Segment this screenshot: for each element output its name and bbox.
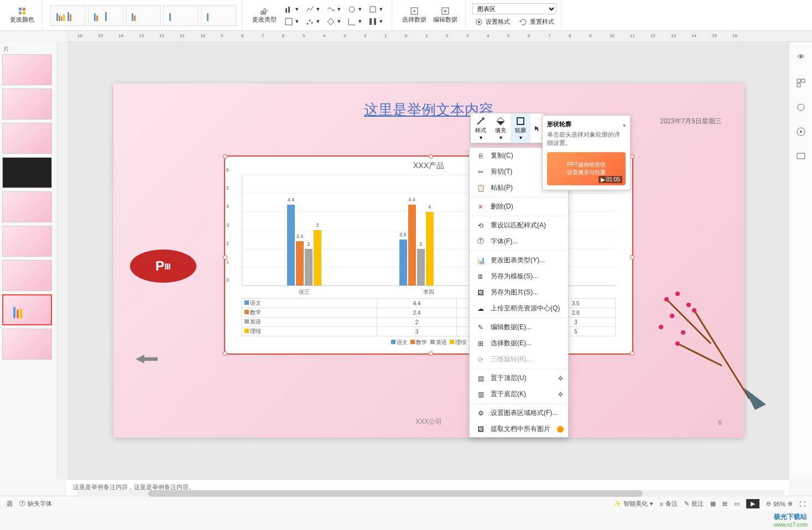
svg-point-36 <box>664 297 669 302</box>
edit-data-button[interactable]: 编辑数据 <box>430 2 461 29</box>
menu-bring-front[interactable]: ▤置于顶层(U)❖ <box>470 370 568 386</box>
sidebar-tool-5[interactable] <box>795 150 806 162</box>
mini-fill-button[interactable]: 填充 ▾ <box>491 113 511 143</box>
menu-delete[interactable]: ✕删除(D) <box>470 199 568 215</box>
slide-thumb-1[interactable] <box>2 54 52 85</box>
delete-icon: ✕ <box>476 202 485 211</box>
svg-point-38 <box>686 303 691 307</box>
tooltip-video-preview[interactable]: PPT如何给形状 设置填充与轮廓 ▶01:05 <box>547 152 626 185</box>
status-missing-font[interactable]: Ⓣ缺失字体 <box>19 500 52 508</box>
chart-element-8[interactable]: ▾ <box>324 16 343 27</box>
outline-tooltip: 形状轮廓 ▾ 单击箭头选择对象轮廓的详细设置。 PPT如何给形状 设置填充与轮廓… <box>542 115 631 190</box>
view-normal[interactable]: ▦ <box>710 500 716 507</box>
cut-icon: ✂ <box>476 168 485 176</box>
horizontal-ruler: 1615141312111098765432101234567891011121… <box>66 31 812 42</box>
svg-rect-11 <box>96 15 98 21</box>
status-notes-toggle[interactable]: ≡ 备注 <box>660 500 678 508</box>
svg-point-42 <box>681 330 685 335</box>
mini-style-button[interactable]: 样式 ▾ <box>471 113 491 143</box>
slide-thumb-2[interactable] <box>2 89 52 119</box>
chart-element-10[interactable]: ▾ <box>366 16 385 27</box>
chart-style-5[interactable] <box>201 5 236 26</box>
change-color-button[interactable]: 更改颜色 <box>7 2 38 29</box>
svg-rect-14 <box>134 15 136 21</box>
chart-element-9[interactable]: ▾ <box>345 16 364 27</box>
menu-save-template[interactable]: 🗎另存为模板(S)... <box>470 268 568 284</box>
submenu-arrow-icon: ❖ <box>558 375 564 382</box>
set-format-button[interactable]: 设置格式 <box>472 17 512 28</box>
svg-rect-5 <box>59 15 60 21</box>
bring-front-icon: ▤ <box>476 374 485 383</box>
send-back-icon: ▥ <box>476 390 485 399</box>
slide-thumb-5[interactable] <box>2 191 52 222</box>
view-sorter[interactable]: ⊞ <box>722 500 727 507</box>
svg-point-50 <box>800 131 802 133</box>
menu-change-chart-type[interactable]: 📊更改图表类型(Y)... <box>470 252 568 268</box>
menu-rotate-3d: ⟳三维旋转(R)... <box>470 351 568 367</box>
svg-point-25 <box>309 19 311 21</box>
chart-style-4[interactable] <box>163 5 199 26</box>
menu-edit-data[interactable]: ✎编辑数据(E)... <box>470 319 568 335</box>
slide-thumb-9[interactable] <box>2 329 52 360</box>
reset-icon: ⟲ <box>476 221 485 230</box>
status-smart-beautify[interactable]: ✨智能美化 ▾ <box>613 500 653 508</box>
chart-legend: 语文 数学 英语 理综 <box>225 336 632 349</box>
select-data-button[interactable]: 选择数据 <box>399 2 430 29</box>
fit-window[interactable]: ⛶ <box>799 501 805 507</box>
slide-thumb-4[interactable] <box>2 157 52 188</box>
slide-thumb-8[interactable] <box>2 294 52 325</box>
menu-extract-images[interactable]: 🖼提取文档中所有图片 <box>470 421 568 437</box>
copy-icon: ⎘ <box>476 152 485 160</box>
chart-element-select[interactable]: 图表区 <box>472 3 556 14</box>
svg-rect-6 <box>61 17 63 21</box>
menu-format-chart-area[interactable]: ⚙设置图表区域格式(F)... <box>470 405 568 421</box>
view-slideshow[interactable]: ▶ <box>746 499 759 508</box>
chart-element-3[interactable]: ▾ <box>324 4 343 15</box>
submenu-arrow-icon: ❖ <box>558 391 564 398</box>
chart-element-7[interactable]: ▾ <box>303 16 322 27</box>
menu-reset-match[interactable]: ⟲重设以匹配样式(A) <box>470 217 568 233</box>
change-type-button[interactable]: 更改类型 <box>249 2 280 29</box>
tooltip-title: 形状轮廓 <box>547 120 571 128</box>
slide-thumb-7[interactable] <box>2 260 52 291</box>
chart-element-5[interactable]: ▾ <box>366 4 385 15</box>
context-menu: ⎘复制(C) ✂剪切(T) 📋粘贴(P) ✕删除(D) ⟲重设以匹配样式(A) … <box>469 147 569 438</box>
reset-style-button[interactable]: 重置样式 <box>517 17 556 28</box>
chart-element-6[interactable]: ▾ <box>282 16 301 27</box>
svg-point-41 <box>659 325 663 329</box>
status-comments-toggle[interactable]: ✎ 批注 <box>684 500 704 508</box>
mini-outline-button[interactable]: 轮廓 ▾ <box>511 113 530 143</box>
svg-rect-0 <box>19 8 22 11</box>
horizontal-scrollbar[interactable] <box>77 490 784 497</box>
chart-element-1[interactable]: ▾ <box>282 4 301 15</box>
slides-tab[interactable]: 片 <box>2 44 55 54</box>
menu-font[interactable]: Ⓣ字体(F)... <box>470 233 568 250</box>
chart-element-2[interactable]: ▾ <box>303 4 322 15</box>
svg-rect-4 <box>56 13 58 21</box>
chart-style-1[interactable] <box>50 5 86 26</box>
menu-send-back[interactable]: ▥置于底层(K)❖ <box>470 386 568 402</box>
menu-save-image[interactable]: 🖼另存为图片(S)... <box>470 284 568 300</box>
select-data-icon: ⊞ <box>476 339 485 348</box>
svg-rect-19 <box>285 8 287 13</box>
slide-thumb-6[interactable] <box>2 226 52 257</box>
svg-rect-8 <box>67 12 69 21</box>
tooltip-description: 单击箭头选择对象轮廓的详细设置。 <box>547 131 626 148</box>
sidebar-tool-3[interactable] <box>795 102 806 113</box>
chart-style-3[interactable] <box>126 5 161 26</box>
zoom-control[interactable]: ⊖ 95% ⊕ <box>766 500 793 507</box>
sidebar-tool-4[interactable] <box>795 126 806 137</box>
cursor-icon <box>534 125 540 132</box>
status-topic[interactable]: 题 <box>7 500 13 508</box>
menu-select-data[interactable]: ⊞选择数据(E)... <box>470 335 568 351</box>
sidebar-tool-2[interactable] <box>795 77 806 89</box>
chart-element-4[interactable]: ▾ <box>345 4 364 15</box>
view-reading[interactable]: ▭ <box>734 500 740 507</box>
svg-point-43 <box>675 341 680 346</box>
svg-rect-10 <box>94 13 96 21</box>
sidebar-tool-1[interactable] <box>795 53 806 64</box>
chart-style-2[interactable] <box>88 5 123 26</box>
menu-upload-resource[interactable]: ☁上传至稻壳资源中心(Q) <box>470 300 568 316</box>
slide-thumb-3[interactable] <box>2 123 52 154</box>
powerpoint-logo-decoration: P ⊞ <box>130 250 196 283</box>
